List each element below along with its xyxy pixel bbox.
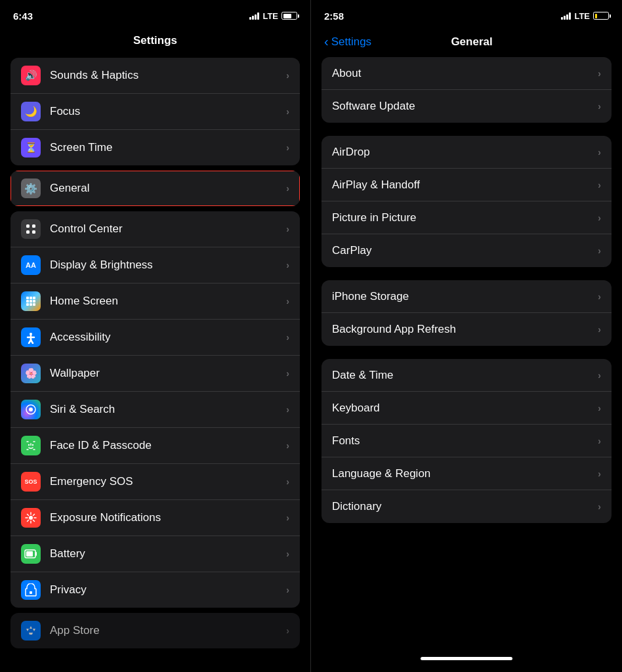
settings-group-middle: Control Center › AA Display & Brightness… (10, 211, 300, 608)
homescreen-icon (21, 291, 41, 311)
svg-rect-1 (32, 224, 35, 228)
signal-bars-left (249, 12, 259, 20)
right-row-keyboard[interactable]: Keyboard › (321, 392, 612, 425)
right-panel: 2:58 LTE ‹ Settings General About › (311, 0, 622, 672)
wallpaper-label: Wallpaper (50, 367, 286, 380)
settings-row-battery[interactable]: Battery › (10, 536, 300, 572)
right-row-softwareupdate[interactable]: Software Update › (321, 90, 612, 123)
storage-chevron: › (598, 291, 601, 302)
carplay-chevron: › (598, 245, 601, 256)
appstore-label: App Store (50, 624, 286, 637)
left-nav-title: Settings (133, 34, 177, 47)
left-status-bar: 6:43 LTE (0, 0, 310, 29)
sos-chevron: › (286, 476, 289, 487)
settings-row-homescreen[interactable]: Home Screen › (10, 284, 300, 320)
settings-row-exposure[interactable]: Exposure Notifications › (10, 500, 300, 536)
about-label: About (332, 67, 598, 80)
left-time: 6:43 (13, 10, 33, 22)
settings-row-accessibility[interactable]: Accessibility › (10, 320, 300, 356)
settings-row-faceid[interactable]: Face ID & Passcode › (10, 428, 300, 464)
svg-rect-4 (26, 297, 29, 299)
settings-row-screentime[interactable]: ⏳ Screen Time › (10, 130, 300, 165)
accessibility-icon (21, 327, 41, 347)
settings-row-wallpaper[interactable]: 🌸 Wallpaper › (10, 356, 300, 392)
privacy-icon (21, 580, 41, 600)
home-indicator (421, 657, 512, 660)
settings-group-general: ⚙️ General › (10, 171, 300, 206)
about-chevron: › (598, 68, 601, 79)
left-status-icons: LTE (249, 11, 297, 21)
back-arrow-icon[interactable]: ‹ (324, 34, 329, 49)
right-row-datetime[interactable]: Date & Time › (321, 359, 612, 392)
right-row-about[interactable]: About › (321, 57, 612, 90)
battery-fill-left (283, 14, 291, 18)
display-label: Display & Brightness (50, 259, 286, 272)
back-label[interactable]: Settings (331, 35, 371, 49)
right-group-1: About › Software Update › (321, 57, 612, 123)
settings-row-appstore[interactable]: App Store › (10, 613, 300, 648)
focus-label: Focus (50, 105, 286, 118)
battery-fill-right (595, 14, 598, 18)
settings-row-general[interactable]: ⚙️ General › (10, 171, 300, 206)
fonts-label: Fonts (332, 434, 598, 448)
dictionary-label: Dictionary (332, 500, 598, 513)
settings-row-sos[interactable]: SOS Emergency SOS › (10, 464, 300, 500)
svg-rect-0 (26, 224, 30, 228)
right-row-airdrop[interactable]: AirDrop › (321, 136, 612, 169)
screentime-label: Screen Time (50, 141, 286, 154)
bgrefresh-label: Background App Refresh (332, 323, 598, 336)
battery-right (593, 12, 609, 20)
homescreen-chevron: › (286, 296, 289, 306)
svg-rect-32 (35, 552, 37, 556)
settings-row-controlcenter[interactable]: Control Center › (10, 211, 300, 247)
general-label: General (50, 182, 286, 195)
settings-row-privacy[interactable]: Privacy › (10, 572, 300, 608)
lte-left: LTE (262, 11, 278, 21)
storage-label: iPhone Storage (332, 290, 598, 303)
svg-point-21 (32, 444, 33, 446)
settings-row-focus[interactable]: 🌙 Focus › (10, 94, 300, 130)
right-row-dictionary[interactable]: Dictionary › (321, 490, 612, 523)
datetime-chevron: › (598, 370, 601, 381)
sounds-chevron: › (286, 70, 289, 81)
right-row-bgrefresh[interactable]: Background App Refresh › (321, 313, 612, 346)
right-row-storage[interactable]: iPhone Storage › (321, 280, 612, 313)
svg-rect-33 (26, 551, 33, 556)
svg-line-17 (31, 340, 33, 343)
right-group-3: iPhone Storage › Background App Refresh … (321, 280, 612, 346)
battery-body-left (281, 12, 297, 20)
wallpaper-chevron: › (286, 368, 289, 379)
right-row-airplay[interactable]: AirPlay & Handoff › (321, 169, 612, 201)
language-label: Language & Region (332, 467, 598, 480)
keyboard-label: Keyboard (332, 402, 598, 415)
svg-rect-3 (32, 230, 35, 234)
right-settings-content: About › Software Update › AirDrop › AirP… (311, 52, 622, 652)
right-row-fonts[interactable]: Fonts › (321, 425, 612, 457)
battery-label: Battery (50, 547, 286, 560)
battery-settings-icon (21, 544, 41, 564)
siri-label: Siri & Search (50, 403, 286, 416)
softwareupdate-label: Software Update (332, 100, 598, 113)
faceid-chevron: › (286, 440, 289, 451)
svg-point-19 (29, 408, 33, 411)
screentime-icon: ⏳ (21, 138, 41, 158)
right-nav-title: General (374, 35, 570, 49)
settings-group-appstore: App Store › (10, 613, 300, 648)
svg-line-28 (33, 520, 35, 522)
settings-row-sounds[interactable]: 🔊 Sounds & Haptics › (10, 58, 300, 94)
right-status-bar: 2:58 LTE (311, 0, 622, 29)
left-panel: 6:43 LTE Settings 🔊 Sounds & Haptics (0, 0, 311, 672)
airplay-label: AirPlay & Handoff (332, 178, 598, 192)
siri-icon (21, 400, 41, 419)
settings-row-siri[interactable]: Siri & Search › (10, 392, 300, 428)
settings-row-display[interactable]: AA Display & Brightness › (10, 247, 300, 284)
right-row-carplay[interactable]: CarPlay › (321, 234, 612, 267)
language-chevron: › (598, 469, 601, 479)
right-status-icons: LTE (561, 11, 609, 21)
accessibility-chevron: › (286, 332, 289, 343)
right-row-pip[interactable]: Picture in Picture › (321, 201, 612, 234)
home-indicator-container (311, 652, 622, 672)
right-row-language[interactable]: Language & Region › (321, 457, 612, 490)
controlcenter-chevron: › (286, 224, 289, 234)
settings-group-top: 🔊 Sounds & Haptics › 🌙 Focus › ⏳ Screen … (10, 58, 300, 165)
